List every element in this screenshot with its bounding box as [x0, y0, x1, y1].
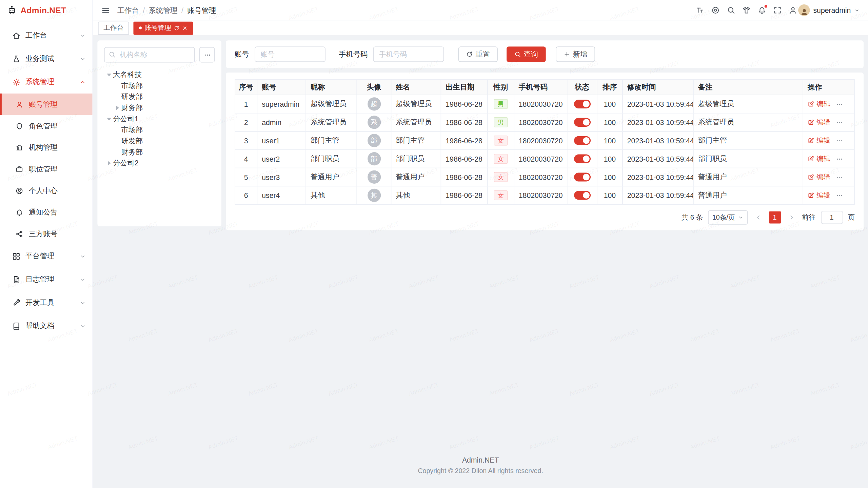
tab-account-manage[interactable]: 账号管理	[133, 21, 193, 35]
user-panel-icon[interactable]	[788, 6, 797, 15]
tree-node-7[interactable]: 财务部	[104, 147, 215, 158]
notification-icon[interactable]	[757, 6, 766, 15]
status-toggle[interactable]	[574, 118, 590, 127]
row-more-button[interactable]	[836, 192, 843, 199]
column-header-4: 姓名	[391, 80, 441, 95]
cell-modified: 2023-01-03 10:59:44	[623, 114, 694, 131]
edit-button[interactable]: 编辑	[808, 118, 830, 127]
cell-status	[567, 186, 597, 204]
sidebar-item-help-docs[interactable]: 帮助文档	[0, 314, 93, 338]
org-tree-panel: 大名科技市场部研发部财务部分公司1市场部研发部财务部分公司2	[97, 40, 221, 226]
tree-node-6[interactable]: 研发部	[104, 136, 215, 147]
tab-refresh-button[interactable]	[174, 25, 179, 30]
next-page-button[interactable]	[786, 211, 797, 224]
sidebar-subitem-personal-center[interactable]: 个人中心	[0, 180, 93, 202]
tree-node-0[interactable]: 大名科技	[104, 69, 215, 80]
sidebar-subitem-position-manage[interactable]: 职位管理	[0, 158, 93, 180]
breadcrumb-item[interactable]: 系统管理	[149, 5, 178, 15]
edit-button[interactable]: 编辑	[808, 172, 830, 182]
layout-config-icon[interactable]	[711, 6, 719, 15]
sidebar-item-dev-tools[interactable]: 开发工具	[0, 291, 93, 314]
sidebar-subitem-third-account[interactable]: 三方账号	[0, 223, 93, 245]
chevron-up-icon	[80, 79, 86, 85]
sidebar-subitem-notice-announce[interactable]: 通知公告	[0, 201, 93, 223]
user-menu[interactable]: superadmin	[798, 4, 860, 16]
tree-node-4[interactable]: 分公司1	[104, 114, 215, 125]
tree-node-1[interactable]: 市场部	[104, 80, 215, 92]
tree-node-5[interactable]: 市场部	[104, 124, 215, 136]
edit-label: 编辑	[816, 99, 830, 109]
row-more-button[interactable]	[836, 155, 843, 162]
status-toggle[interactable]	[574, 100, 590, 108]
row-more-button[interactable]	[836, 174, 843, 181]
sidebar-subitem-role-manage[interactable]: 角色管理	[0, 115, 93, 137]
tab-workbench[interactable]: 工作台	[98, 21, 129, 35]
tree-more-button[interactable]	[199, 47, 215, 63]
status-toggle[interactable]	[574, 155, 590, 163]
breadcrumb-item[interactable]: 工作台	[117, 5, 139, 15]
sidebar-item-log-manage[interactable]: 日志管理	[0, 268, 93, 291]
menu-collapse-icon[interactable]	[101, 6, 110, 15]
fullscreen-icon[interactable]	[773, 6, 782, 15]
cell-nickname: 普通用户	[306, 168, 357, 186]
add-button[interactable]: 新增	[556, 46, 595, 62]
column-header-1: 账号	[257, 80, 306, 95]
search-button[interactable]: 查询	[507, 46, 546, 62]
breadcrumb-item[interactable]: 账号管理	[187, 5, 216, 15]
cell-remark: 超级管理员	[694, 95, 803, 113]
sidebar-item-label: 工作台	[25, 30, 75, 40]
tree-node-3[interactable]: 财务部	[104, 102, 215, 114]
app-logo[interactable]: Admin.NET	[0, 0, 93, 20]
org-search-input[interactable]	[104, 47, 195, 63]
status-toggle[interactable]	[574, 136, 590, 145]
cell-ops: 编辑	[803, 95, 854, 113]
caret-down-icon[interactable]	[105, 115, 113, 123]
account-input[interactable]	[255, 46, 326, 62]
username: superadmin	[813, 6, 851, 14]
phone-input[interactable]	[373, 46, 444, 62]
role-icon	[16, 122, 23, 130]
search-icon[interactable]	[726, 6, 735, 15]
row-more-button[interactable]	[836, 137, 843, 144]
theme-skin-icon[interactable]	[742, 6, 751, 15]
edit-button[interactable]: 编辑	[808, 190, 830, 200]
sidebar-item-platform-manage[interactable]: 平台管理	[0, 245, 93, 268]
sidebar-subitem-org-manage[interactable]: 机构管理	[0, 137, 93, 158]
edit-icon	[808, 174, 814, 181]
caret-right-icon[interactable]	[114, 104, 121, 112]
edit-button[interactable]: 编辑	[808, 136, 830, 145]
status-toggle[interactable]	[574, 172, 590, 181]
position-icon	[16, 165, 23, 173]
goto-page-input[interactable]	[821, 211, 843, 224]
sidebar-subitem-account-manage[interactable]: 账号管理	[0, 94, 93, 115]
search-icon	[514, 51, 521, 58]
tree-node-8[interactable]: 分公司2	[104, 158, 215, 169]
tab-close-button[interactable]	[182, 25, 188, 30]
sidebar-item-business-test[interactable]: 业务测试	[0, 47, 93, 70]
reset-button[interactable]: 重置	[458, 46, 498, 62]
home-icon	[12, 31, 20, 39]
font-size-icon[interactable]	[695, 6, 704, 15]
page-size-select[interactable]: 10条/页	[708, 210, 748, 224]
row-more-button[interactable]	[836, 119, 843, 126]
tree-node-label: 研发部	[121, 92, 143, 102]
gear-icon	[12, 78, 20, 86]
cell-remark: 普通用户	[694, 186, 803, 204]
page-number-button[interactable]: 1	[769, 211, 781, 224]
sidebar-item-system-manage[interactable]: 系统管理	[0, 70, 93, 94]
caret-right-icon[interactable]	[105, 159, 113, 167]
cell-modified: 2023-01-03 10:59:44	[623, 150, 694, 167]
tree-node-2[interactable]: 研发部	[104, 91, 215, 102]
tree-node-label: 财务部	[121, 103, 143, 113]
edit-label: 编辑	[816, 190, 830, 200]
caret-down-icon[interactable]	[105, 71, 113, 79]
user-icon	[16, 100, 23, 108]
sidebar-item-workbench[interactable]: 工作台	[0, 24, 93, 47]
cell-remark: 部门职员	[694, 150, 803, 167]
edit-button[interactable]: 编辑	[808, 99, 830, 109]
row-more-button[interactable]	[836, 100, 843, 107]
status-toggle[interactable]	[574, 191, 590, 200]
edit-icon	[808, 192, 814, 199]
edit-button[interactable]: 编辑	[808, 154, 830, 164]
prev-page-button[interactable]	[753, 211, 764, 224]
